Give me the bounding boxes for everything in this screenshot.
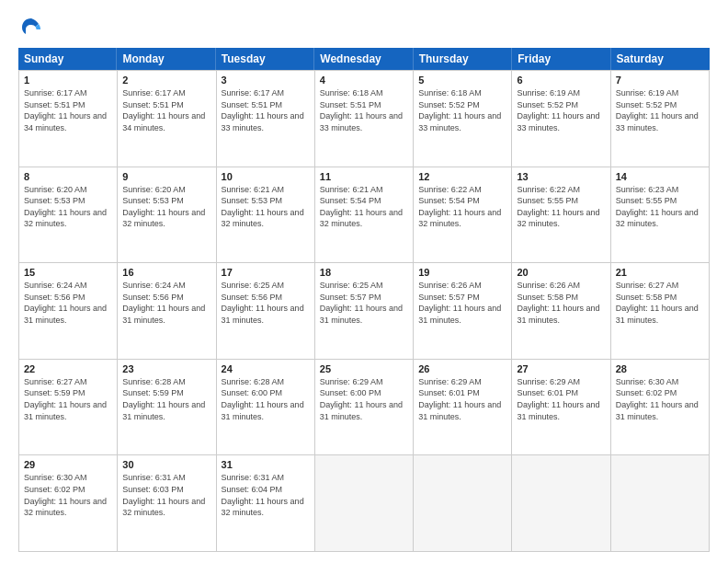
day-number: 7 — [616, 75, 704, 86]
sunset-label: Sunset: — [122, 485, 153, 494]
daylight-label: Daylight: — [122, 400, 157, 409]
sunrise-time: 6:29 AM — [352, 377, 382, 386]
header-tuesday: Tuesday — [216, 48, 314, 70]
daylight-label: Daylight: — [418, 304, 453, 313]
sunset-label: Sunset: — [122, 196, 153, 205]
calendar-cell: 29 Sunrise: 6:30 AM Sunset: 6:02 PM Dayl… — [19, 455, 118, 551]
header-sunday: Sunday — [18, 48, 117, 70]
sunrise-label: Sunrise: — [24, 377, 57, 386]
daylight-label: Daylight: — [122, 208, 157, 217]
sunrise-label: Sunrise: — [320, 377, 353, 386]
sunset-time: 5:53 PM — [54, 196, 85, 205]
header — [18, 15, 710, 40]
sunrise-label: Sunrise: — [24, 473, 57, 482]
sunrise-label: Sunrise: — [616, 88, 649, 98]
sunrise-time: 6:21 AM — [352, 185, 382, 194]
sunset-label: Sunset: — [418, 196, 449, 205]
sunrise-time: 6:17 AM — [155, 88, 186, 98]
cell-info: Sunrise: 6:26 AM Sunset: 5:57 PM Dayligh… — [418, 280, 506, 326]
daylight-label: Daylight: — [222, 111, 256, 121]
daylight-label: Daylight: — [122, 304, 157, 313]
sunrise-time: 6:26 AM — [550, 281, 580, 290]
sunrise-label: Sunrise: — [517, 281, 550, 290]
sunset-time: 5:56 PM — [252, 293, 283, 302]
cell-info: Sunrise: 6:26 AM Sunset: 5:58 PM Dayligh… — [517, 280, 605, 326]
calendar-cell: 19 Sunrise: 6:26 AM Sunset: 5:57 PM Dayl… — [414, 263, 512, 359]
day-number: 28 — [616, 363, 704, 374]
calendar-cell: 12 Sunrise: 6:22 AM Sunset: 5:54 PM Dayl… — [414, 167, 512, 263]
sunset-label: Sunset: — [222, 293, 252, 302]
sunrise-time: 6:21 AM — [254, 185, 284, 194]
day-number: 27 — [517, 363, 605, 374]
header-friday: Friday — [512, 48, 610, 70]
sunset-time: 5:58 PM — [646, 293, 677, 302]
cell-info: Sunrise: 6:18 AM Sunset: 5:52 PM Dayligh… — [418, 87, 506, 133]
sunset-label: Sunset: — [418, 100, 449, 109]
daylight-label: Daylight: — [122, 497, 157, 506]
daylight-label: Daylight: — [320, 400, 355, 409]
day-number: 30 — [122, 459, 210, 470]
sunset-label: Sunset: — [24, 293, 54, 302]
sunset-label: Sunset: — [222, 100, 252, 109]
sunset-label: Sunset: — [24, 485, 54, 494]
calendar-week-1: 1 Sunrise: 6:17 AM Sunset: 5:51 PM Dayli… — [19, 71, 710, 167]
cell-info: Sunrise: 6:27 AM Sunset: 5:58 PM Dayligh… — [616, 280, 704, 326]
daylight-label: Daylight: — [24, 304, 59, 313]
cell-info: Sunrise: 6:29 AM Sunset: 6:01 PM Dayligh… — [517, 376, 605, 422]
calendar-week-3: 15 Sunrise: 6:24 AM Sunset: 5:56 PM Dayl… — [19, 263, 710, 360]
calendar-header: Sunday Monday Tuesday Wednesday Thursday… — [18, 48, 710, 70]
sunrise-label: Sunrise: — [418, 185, 451, 194]
sunrise-label: Sunrise: — [24, 185, 57, 194]
sunset-label: Sunset: — [616, 196, 646, 205]
sunrise-time: 6:25 AM — [254, 281, 284, 290]
sunset-time: 6:00 PM — [350, 388, 381, 397]
cell-info: Sunrise: 6:17 AM Sunset: 5:51 PM Dayligh… — [122, 87, 210, 133]
day-number: 15 — [24, 267, 112, 278]
sunset-time: 6:00 PM — [252, 388, 283, 397]
cell-info: Sunrise: 6:25 AM Sunset: 5:57 PM Dayligh… — [320, 280, 408, 326]
cell-info: Sunrise: 6:21 AM Sunset: 5:54 PM Dayligh… — [320, 184, 408, 230]
daylight-label: Daylight: — [222, 497, 256, 506]
sunset-label: Sunset: — [517, 293, 547, 302]
sunset-time: 6:04 PM — [252, 485, 283, 494]
sunrise-time: 6:17 AM — [57, 88, 87, 98]
sunset-time: 5:57 PM — [449, 293, 480, 302]
sunrise-time: 6:18 AM — [352, 88, 382, 98]
sunset-time: 6:01 PM — [449, 388, 480, 397]
calendar-week-4: 22 Sunrise: 6:27 AM Sunset: 5:59 PM Dayl… — [19, 360, 710, 456]
calendar: Sunday Monday Tuesday Wednesday Thursday… — [18, 48, 710, 552]
sunrise-time: 6:28 AM — [155, 377, 186, 386]
calendar-cell: 9 Sunrise: 6:20 AM Sunset: 5:53 PM Dayli… — [118, 167, 216, 263]
sunset-time: 5:59 PM — [54, 388, 85, 397]
daylight-label: Daylight: — [24, 208, 59, 217]
sunrise-label: Sunrise: — [222, 88, 255, 98]
sunrise-time: 6:19 AM — [550, 88, 580, 98]
sunrise-label: Sunrise: — [24, 281, 57, 290]
calendar-cell: 14 Sunrise: 6:23 AM Sunset: 5:55 PM Dayl… — [611, 167, 710, 263]
calendar-cell: 22 Sunrise: 6:27 AM Sunset: 5:59 PM Dayl… — [19, 360, 118, 455]
daylight-label: Daylight: — [616, 400, 651, 409]
sunset-label: Sunset: — [222, 388, 252, 397]
sunset-label: Sunset: — [616, 293, 646, 302]
daylight-label: Daylight: — [320, 304, 355, 313]
calendar-week-5: 29 Sunrise: 6:30 AM Sunset: 6:02 PM Dayl… — [19, 455, 710, 552]
sunrise-label: Sunrise: — [517, 88, 550, 98]
day-number: 29 — [24, 459, 112, 470]
sunrise-label: Sunrise: — [320, 185, 353, 194]
sunset-label: Sunset: — [122, 293, 153, 302]
cell-info: Sunrise: 6:24 AM Sunset: 5:56 PM Dayligh… — [122, 280, 210, 326]
sunset-time: 5:53 PM — [153, 196, 184, 205]
calendar-cell: 27 Sunrise: 6:29 AM Sunset: 6:01 PM Dayl… — [512, 360, 610, 455]
sunset-time: 5:53 PM — [252, 196, 283, 205]
day-number: 26 — [418, 363, 506, 374]
sunrise-label: Sunrise: — [418, 88, 451, 98]
day-number: 23 — [122, 363, 210, 374]
sunset-time: 5:52 PM — [449, 100, 480, 109]
sunset-label: Sunset: — [122, 100, 153, 109]
sunrise-label: Sunrise: — [222, 185, 255, 194]
sunset-label: Sunset: — [222, 196, 252, 205]
cell-info: Sunrise: 6:17 AM Sunset: 5:51 PM Dayligh… — [24, 87, 112, 133]
sunset-label: Sunset: — [320, 388, 350, 397]
sunset-label: Sunset: — [24, 100, 54, 109]
sunrise-label: Sunrise: — [418, 377, 451, 386]
